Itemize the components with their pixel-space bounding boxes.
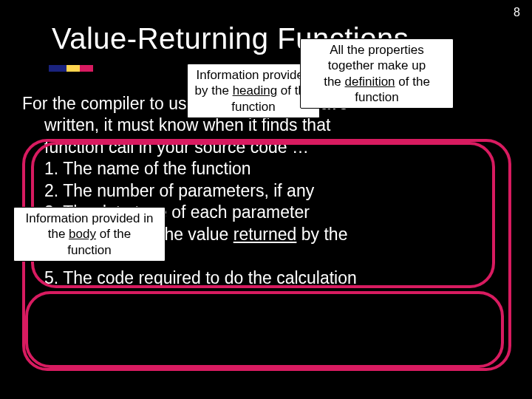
text: Information provided in: [26, 211, 154, 225]
body-wrap-line: written, it must know when it finds that: [44, 115, 510, 136]
callout-definition: All the properties together make up the …: [300, 38, 454, 109]
text: Information provided: [197, 68, 311, 82]
text: together make up: [328, 58, 426, 72]
callout-body: Information provided in the body of the …: [13, 207, 166, 262]
underlined-text: heading: [233, 83, 278, 98]
slide: 8 Value-Returning Functions For the comp…: [0, 0, 532, 399]
text: the: [48, 227, 69, 241]
text: of the: [96, 227, 131, 241]
accent-bar: [49, 65, 93, 72]
page-number: 8: [514, 6, 520, 19]
text: All the properties: [330, 43, 424, 57]
highlight-box-body: [25, 291, 504, 368]
text: function: [67, 243, 112, 257]
underlined-text: definition: [345, 75, 395, 89]
text: function: [231, 100, 276, 114]
text: the: [324, 75, 344, 89]
text: function: [355, 90, 399, 104]
text: by the: [195, 83, 233, 98]
underlined-text: body: [69, 227, 96, 241]
text: of the: [395, 75, 430, 89]
